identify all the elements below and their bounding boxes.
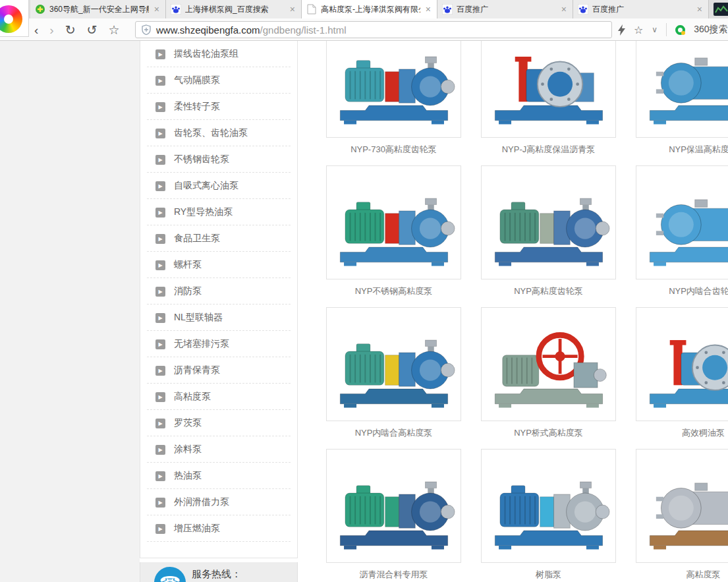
browser-tab[interactable]: 百度推广 ×: [437, 0, 573, 18]
product-name[interactable]: 高效稠油泵: [636, 427, 728, 439]
bookmark-star-icon[interactable]: ☆: [109, 24, 120, 36]
sidebar-category-label: 柔性转子泵: [174, 101, 220, 113]
sidebar-category-item[interactable]: ▶ 沥青保青泵: [140, 357, 297, 384]
chevron-down-icon[interactable]: ∨: [652, 25, 658, 34]
product-image[interactable]: [636, 449, 728, 563]
tab-close-icon[interactable]: ×: [153, 5, 161, 14]
lightning-icon[interactable]: [618, 24, 625, 36]
product-image[interactable]: [481, 165, 616, 279]
sidebar-category-item[interactable]: ▶ 不锈钢齿轮泵: [140, 146, 297, 173]
forward-icon[interactable]: ›: [49, 24, 53, 36]
sidebar-category-item[interactable]: ▶ 罗茨泵: [140, 410, 297, 436]
tab-close-icon[interactable]: ×: [696, 5, 704, 14]
search-engine-label[interactable]: 360搜索: [694, 24, 727, 36]
url-field[interactable]: www.shzeqibengfa.com/gndbeng/list-1.html: [135, 21, 612, 38]
sidebar-category-label: 气动隔膜泵: [174, 74, 220, 86]
tab-title: 百度推广: [457, 4, 556, 15]
tab-close-icon[interactable]: ×: [289, 5, 296, 14]
play-arrow-icon: ▶: [155, 234, 165, 244]
url-text: www.shzeqibengfa.com/gndbeng/list-1.html: [156, 24, 347, 36]
play-arrow-icon: ▶: [155, 208, 165, 218]
sidebar-category-item[interactable]: ▶ 热油泵: [140, 463, 297, 489]
play-arrow-icon: ▶: [155, 524, 165, 534]
product-name[interactable]: NYP-730高粘度齿轮泵: [326, 144, 461, 156]
pump-photo: [486, 41, 611, 131]
browser-tab[interactable]: 上海择棋泵阀_百度搜索 ×: [166, 0, 302, 18]
play-arrow-icon: ▶: [155, 181, 165, 191]
product-card: NYP保温高粘度泵: [636, 41, 728, 156]
product-image[interactable]: [481, 449, 616, 563]
pump-photo: [486, 457, 611, 556]
sidebar-category-item[interactable]: ▶ 气动隔膜泵: [140, 67, 297, 94]
product-image[interactable]: [636, 41, 728, 138]
sidebar-category-label: 沥青保青泵: [174, 364, 220, 376]
product-image[interactable]: [481, 41, 616, 138]
sidebar-category-item[interactable]: ▶ 无堵塞排污泵: [140, 331, 297, 357]
baidu-paw-icon: [442, 4, 453, 15]
sidebar-category-label: 外润滑借力泵: [174, 496, 229, 508]
undo-icon[interactable]: ↺: [87, 24, 98, 36]
tab-close-icon[interactable]: ×: [424, 5, 432, 14]
sidebar-category-item[interactable]: ▶ 高粘度泵: [140, 384, 297, 410]
sidebar-category-item[interactable]: ▶ 外润滑借力泵: [140, 489, 297, 515]
play-arrow-icon: ▶: [155, 498, 165, 508]
sidebar-category-item[interactable]: ▶ NL型联轴器: [140, 305, 297, 331]
sidebar-category-item[interactable]: ▶ 涂料泵: [140, 436, 297, 463]
page-icon: [306, 4, 317, 15]
product-name[interactable]: NYP桥式高粘度泵: [481, 427, 616, 439]
divider: [666, 23, 667, 36]
mountain-graph-icon: [715, 5, 728, 14]
play-arrow-icon: ▶: [155, 102, 165, 112]
sidebar-category-label: 热油泵: [174, 470, 202, 482]
product-name[interactable]: NYP内啮合高粘度泵: [326, 427, 461, 439]
sidebar-category-label: RY型导热油泵: [174, 206, 233, 218]
product-image[interactable]: [636, 165, 728, 279]
product-card: NYP-J高粘度保温沥青泵: [481, 41, 616, 156]
browser-tab[interactable]: 高粘度泵-上海泽淇泵阀有限公司 ×: [302, 0, 437, 18]
browser-tab[interactable]: 360导航_新一代安全上网导航 ×: [30, 0, 166, 18]
product-image[interactable]: [326, 307, 461, 421]
product-card: NYP桥式高粘度泵: [481, 307, 616, 439]
favorite-star-icon[interactable]: ☆: [634, 24, 643, 36]
play-arrow-icon: ▶: [155, 260, 165, 270]
product-name[interactable]: NYP保温高粘度泵: [636, 144, 728, 156]
pump-photo: [331, 457, 457, 556]
product-name[interactable]: NYP不锈钢高粘度泵: [326, 285, 461, 297]
sidebar-category-item[interactable]: ▶ 自吸式离心油泵: [140, 173, 297, 199]
sidebar-category-item[interactable]: ▶ 摆线齿轮油泵组: [140, 41, 297, 67]
product-image[interactable]: [481, 307, 616, 421]
sidebar-category-item[interactable]: ▶ RY型导热油泵: [140, 199, 297, 225]
browser-tab[interactable]: 百度推广 ×: [573, 0, 709, 18]
play-arrow-icon: ▶: [155, 392, 165, 402]
sidebar-category-item[interactable]: ▶ 食品卫生泵: [140, 225, 297, 252]
product-image[interactable]: [636, 307, 728, 421]
browser-logo[interactable]: [0, 0, 29, 37]
sidebar-category-item[interactable]: ▶ 柔性转子泵: [140, 94, 297, 120]
product-image[interactable]: [326, 41, 461, 138]
product-name[interactable]: 高粘度泵: [636, 569, 728, 581]
tab-bar: 360导航_新一代安全上网导航 × 上海择棋泵阀_百度搜索 × 高粘度泵-上海泽…: [0, 0, 728, 18]
product-name[interactable]: NYP内啮合齿轮泵: [636, 285, 728, 297]
product-image[interactable]: [326, 449, 461, 563]
phone-icon: ☎: [154, 567, 186, 582]
sidebar-category-item[interactable]: ▶ 增压燃油泵: [140, 515, 297, 542]
back-icon[interactable]: ‹: [34, 24, 38, 36]
product-card: NYP不锈钢高粘度泵: [326, 165, 461, 297]
360nav-icon: [35, 4, 45, 15]
sidebar-category-item[interactable]: ▶ 消防泵: [140, 278, 297, 305]
product-name[interactable]: NYP高粘度齿轮泵: [481, 285, 616, 297]
product-image[interactable]: [326, 165, 461, 279]
360-search-icon: [675, 25, 685, 35]
pump-photo: [641, 173, 728, 272]
sidebar-category-label: 涂料泵: [174, 444, 202, 455]
refresh-icon[interactable]: ↻: [65, 24, 76, 36]
product-name[interactable]: 沥青混合料专用泵: [326, 569, 461, 581]
session-thumbnail-icon[interactable]: [714, 3, 728, 16]
sidebar-category-item[interactable]: ▶ 螺杆泵: [140, 252, 297, 278]
tab-close-icon[interactable]: ×: [560, 5, 568, 14]
product-name[interactable]: NYP-J高粘度保温沥青泵: [481, 144, 616, 156]
sidebar-category-item[interactable]: ▶ 齿轮泵、齿轮油泵: [140, 120, 297, 146]
product-name[interactable]: 树脂泵: [481, 569, 616, 581]
sidebar-category-label: 自吸式离心油泵: [174, 180, 238, 192]
pump-photo: [331, 315, 457, 414]
